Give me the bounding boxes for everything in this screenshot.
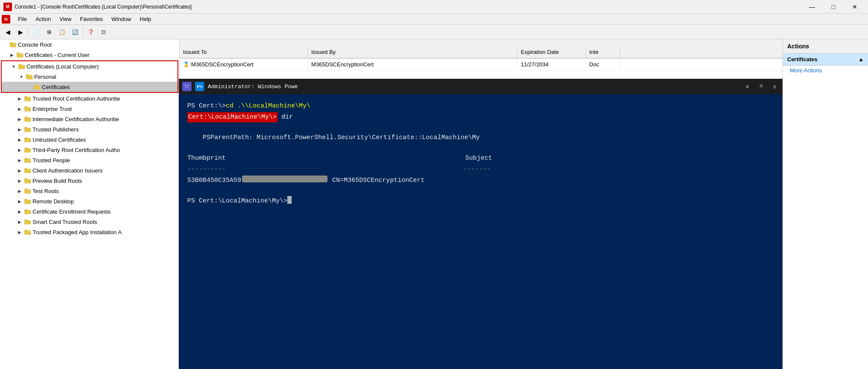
- tree-item-untrusted[interactable]: ▶ Untrusted Certificates: [0, 134, 179, 145]
- col-intended[interactable]: Inte: [586, 46, 620, 58]
- tree-item-third-party[interactable]: ▶ Third-Party Root Certification Autho: [0, 145, 179, 155]
- svg-rect-28: [24, 190, 31, 193]
- tree-item-intermediate[interactable]: ▶ Intermediate Certification Authoritie: [0, 114, 179, 124]
- certificates-label: Certificates: [42, 84, 70, 90]
- col-issued-by[interactable]: Issued By: [308, 46, 517, 58]
- folder-icon-intermediate: [24, 116, 31, 122]
- expand-icon-untrusted[interactable]: ▶: [16, 137, 23, 142]
- expand-icon-cert-enrollment[interactable]: ▶: [16, 209, 23, 214]
- expand-icon-intermediate[interactable]: ▶: [16, 117, 23, 122]
- forward-button[interactable]: ▶: [15, 27, 27, 38]
- ps-cursor: [287, 196, 292, 204]
- expand-icon-remote-desktop[interactable]: ▶: [16, 199, 23, 204]
- folder-icon-preview-build: [24, 178, 31, 184]
- tree-item-trusted-packaged[interactable]: ▶ Trusted Packaged App Installation A: [0, 227, 179, 237]
- folder-icon-local-computer: [18, 63, 25, 69]
- folder-icon-smart-card: [24, 219, 31, 225]
- expand-icon-trusted-packaged[interactable]: ▶: [16, 230, 23, 235]
- tree-item-personal[interactable]: ▼ Personal: [2, 71, 177, 82]
- expand-icon-trusted-pub[interactable]: ▶: [16, 127, 23, 132]
- svg-rect-8: [34, 86, 40, 89]
- cert-row-0[interactable]: 🏅 M365DSCEncryptionCert M365DSCEncryptio…: [180, 59, 782, 71]
- expand-icon-third-party[interactable]: ▶: [16, 148, 23, 152]
- enterprise-trust-label: Enterprise Trust: [32, 106, 72, 112]
- ps-dash-spacer: [226, 164, 464, 175]
- expand-icon-trusted-root[interactable]: ▶: [16, 96, 23, 101]
- folder-icon-untrusted: [24, 137, 31, 143]
- menu-window[interactable]: Window: [107, 15, 136, 23]
- close-button[interactable]: ✕: [845, 0, 865, 14]
- remote-desktop-label: Remote Desktop: [32, 198, 74, 205]
- action-more-actions[interactable]: More Actions: [783, 65, 868, 75]
- menu-action[interactable]: Action: [31, 15, 55, 23]
- untrusted-label: Untrusted Certificates: [32, 137, 86, 143]
- powershell-terminal[interactable]: 🛡 PS Administrator: Windows Powe ✕ + ∨ P…: [179, 79, 782, 369]
- expand-icon-enterprise[interactable]: ▶: [16, 107, 23, 111]
- refresh-button[interactable]: 🔄: [69, 27, 81, 38]
- window-title: Console1 - [Console Root\Certificates (L…: [15, 4, 192, 10]
- expand-icon-local-computer[interactable]: ▼: [10, 64, 17, 69]
- ps-parentpath-line: PSParentPath: Microsoft.PowerShell.Secur…: [187, 133, 774, 143]
- menu-help[interactable]: Help: [136, 15, 156, 23]
- folder-icon-client-auth: [24, 167, 31, 173]
- ps-blank-2: [187, 144, 774, 152]
- ps-data-line: 53B0B450C35A59 CN=M365DSCEncryptionCert: [187, 176, 774, 186]
- title-bar: M Console1 - [Console Root\Certificates …: [0, 0, 868, 14]
- folder-icon-personal: [26, 74, 33, 80]
- help-button[interactable]: ❓: [85, 27, 97, 38]
- client-auth-label: Client Authentication Issuers: [32, 167, 103, 174]
- expand-icon-preview-build[interactable]: ▶: [16, 179, 23, 183]
- folder-icon-trusted-pub: [24, 126, 31, 132]
- copy-button[interactable]: 📋: [56, 27, 68, 38]
- tree-item-trusted-people[interactable]: ▶ Trusted People: [0, 155, 179, 165]
- tree-item-preview-build[interactable]: ▶ Preview Build Roots: [0, 176, 179, 186]
- action-section-chevron: ▲: [858, 56, 864, 62]
- ps-dir-cmd: dir: [278, 112, 293, 122]
- menu-file[interactable]: File: [14, 15, 31, 23]
- menu-favorites[interactable]: Favorites: [76, 15, 107, 23]
- tree-item-smart-card[interactable]: ▶ Smart Card Trusted Roots: [0, 217, 179, 227]
- personal-label: Personal: [34, 74, 56, 80]
- action-section-certificates[interactable]: Certificates ▲: [783, 54, 868, 65]
- tree-item-remote-desktop[interactable]: ▶ Remote Desktop: [0, 196, 179, 206]
- tree-item-enterprise-trust[interactable]: ▶ Enterprise Trust: [0, 104, 179, 114]
- expand-icon-smart-card[interactable]: ▶: [16, 220, 23, 224]
- minimize-button[interactable]: —: [802, 0, 822, 14]
- tree-item-client-auth[interactable]: ▶ Client Authentication Issuers: [0, 165, 179, 176]
- tree-item-test-roots[interactable]: ▶ Test Roots: [0, 186, 179, 196]
- ps-cmd-1: cd .\\LocalMachine\My\: [226, 101, 310, 111]
- expand-icon-trusted-people[interactable]: ▶: [16, 158, 23, 163]
- tree-item-certificates[interactable]: Certificates: [2, 82, 177, 92]
- expand-icon-current-user[interactable]: ▶: [9, 53, 15, 57]
- tree-item-trusted-root[interactable]: ▶ Trusted Root Certification Authoritie: [0, 93, 179, 104]
- export-button[interactable]: ⊡: [97, 27, 109, 38]
- ps-final-prompt: PS Cert:\LocalMachine\My\>: [187, 196, 774, 206]
- folder-icon-console-root: [10, 42, 17, 48]
- actions-panel: Actions Certificates ▲ More Actions: [782, 39, 868, 369]
- properties-button[interactable]: ⊞: [43, 27, 55, 38]
- ps-chevron-button[interactable]: ∨: [771, 82, 779, 91]
- tree-item-cert-enrollment[interactable]: ▶ Certificate Enrollment Requests: [0, 206, 179, 217]
- back-button[interactable]: ◀: [2, 27, 14, 38]
- svg-rect-13: [24, 107, 27, 108]
- svg-rect-36: [24, 231, 31, 235]
- ps-headers-line: Thumbprint Subject: [187, 153, 774, 164]
- ps-titlebar: 🛡 PS Administrator: Windows Powe ✕ + ∨: [179, 79, 782, 94]
- col-issued-to[interactable]: Issued To: [180, 46, 308, 58]
- menu-view[interactable]: View: [55, 15, 76, 23]
- toolbar-sep-2: [83, 28, 83, 36]
- tree-item-local-computer[interactable]: ▼ Certificates (Local Computer): [2, 61, 177, 71]
- expand-icon-personal[interactable]: ▼: [18, 74, 25, 79]
- ps-close-tab-button[interactable]: ✕: [743, 81, 752, 92]
- svg-rect-15: [24, 117, 27, 118]
- ps-add-tab-button[interactable]: +: [756, 81, 767, 92]
- folder-icon-current-user: [17, 52, 24, 58]
- tree-item-certs-current-user[interactable]: ▶ Certificates - Current User: [0, 50, 179, 60]
- tree-item-console-root[interactable]: Console Root: [0, 39, 179, 50]
- expand-icon-client-auth[interactable]: ▶: [16, 168, 23, 173]
- expand-icon-test-roots[interactable]: ▶: [16, 189, 23, 193]
- new-window-button[interactable]: 📄: [30, 27, 42, 38]
- col-expiration[interactable]: Expiration Date: [517, 46, 586, 58]
- tree-item-trusted-publishers[interactable]: ▶ Trusted Publishers: [0, 124, 179, 134]
- maximize-button[interactable]: □: [824, 0, 843, 14]
